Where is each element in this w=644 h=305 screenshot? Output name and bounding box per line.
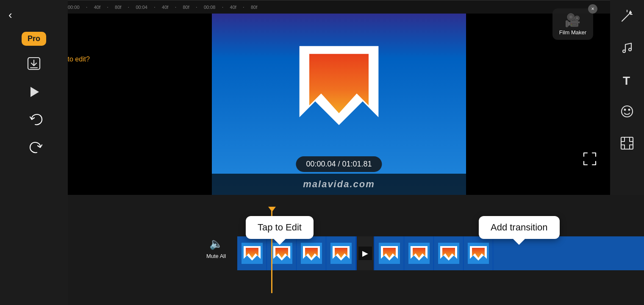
svg-point-14: [629, 109, 630, 111]
film-frame[interactable]: [237, 236, 267, 270]
ruler-mark-2: 80f: [115, 5, 121, 10]
svg-rect-15: [621, 137, 633, 149]
emoji-icon[interactable]: [619, 104, 635, 122]
film-maker-badge[interactable]: × 🎥 Film Maker: [552, 8, 593, 40]
music-note-icon[interactable]: [619, 40, 635, 58]
svg-line-4: [622, 13, 630, 21]
ruler-mark-3: 00:04: [136, 5, 147, 10]
left-sidebar: ‹ Pro: [0, 0, 68, 305]
add-transition-tooltip[interactable]: Add transition: [479, 216, 560, 239]
close-badge-button[interactable]: ×: [588, 4, 597, 14]
film-strip[interactable]: ▶: [237, 236, 644, 270]
ruler-mark-4: 40f: [162, 5, 168, 10]
film-maker-icon: 🎥: [565, 13, 580, 28]
film-frame[interactable]: [434, 236, 464, 270]
mute-label: Mute All: [206, 253, 226, 259]
svg-point-8: [630, 12, 631, 14]
svg-point-13: [625, 109, 626, 111]
frame-icon[interactable]: [619, 136, 635, 154]
mute-all-button[interactable]: 🔈 Mute All: [195, 208, 237, 288]
mute-icon: 🔈: [209, 237, 223, 250]
undo-button[interactable]: [28, 113, 44, 130]
svg-marker-3: [31, 87, 39, 97]
text-icon[interactable]: T: [619, 72, 635, 90]
bottom-toolbar: + 📋 How to edit?: [0, 14, 644, 76]
svg-point-12: [622, 106, 633, 117]
ruler-mark-8: 80f: [251, 5, 257, 10]
redo-button[interactable]: [28, 141, 44, 158]
film-frame[interactable]: [375, 236, 404, 270]
back-button[interactable]: ‹: [8, 8, 12, 22]
ruler-mark-1: 40f: [94, 5, 100, 10]
ruler-mark-5: 80f: [183, 5, 189, 10]
download-icon[interactable]: [26, 56, 42, 74]
pro-badge[interactable]: Pro: [22, 32, 46, 46]
video-watermark: malavida.com: [212, 174, 466, 195]
transition-marker[interactable]: ▶: [356, 236, 375, 270]
right-sidebar: T: [610, 0, 644, 195]
timeline-ruler: 00:00 • 40f • 80f • 00:04 • 40f • 80f • …: [0, 0, 644, 14]
svg-point-9: [623, 50, 625, 53]
fullscreen-button[interactable]: [582, 151, 597, 169]
magic-wand-icon[interactable]: [619, 8, 635, 27]
tap-to-edit-tooltip[interactable]: Tap to Edit: [246, 216, 314, 239]
film-frame[interactable]: [326, 236, 356, 270]
film-frame[interactable]: [404, 236, 434, 270]
ruler-mark-0: 00:00: [68, 5, 80, 10]
timecode-display: 00:00.04 / 01:01.81: [296, 156, 382, 172]
svg-text:T: T: [623, 74, 630, 87]
play-button[interactable]: [26, 84, 42, 103]
film-maker-label: Film Maker: [559, 29, 586, 36]
film-frame[interactable]: [297, 236, 326, 270]
ruler-mark-6: 00:08: [204, 5, 216, 10]
ruler-mark-7: 40f: [230, 5, 236, 10]
svg-point-10: [629, 48, 631, 51]
film-frame[interactable]: [464, 236, 493, 270]
